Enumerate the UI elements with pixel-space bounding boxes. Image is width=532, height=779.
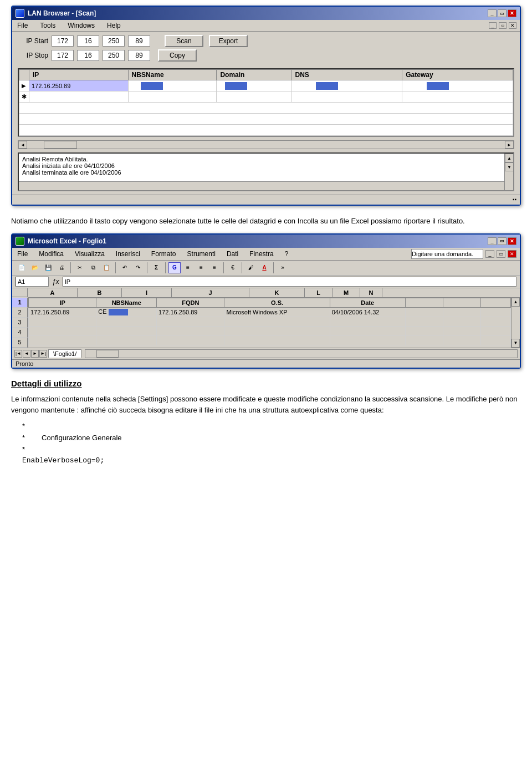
excel-cell-b2[interactable]: CE bbox=[96, 307, 157, 317]
excel-menu-restore[interactable]: ▭ bbox=[497, 250, 505, 258]
tb-align-left[interactable]: ≡ bbox=[182, 262, 194, 273]
restore-button[interactable]: ▭ bbox=[498, 9, 507, 17]
excel-cell-l1[interactable] bbox=[405, 298, 443, 307]
ip-start-field-4[interactable] bbox=[128, 35, 150, 47]
table-row[interactable]: ▶ 172.16.250.89 CE C 172.16. bbox=[19, 80, 513, 91]
excel-cell-m2[interactable] bbox=[443, 307, 480, 317]
vscroll-up[interactable]: ▲ bbox=[511, 298, 520, 307]
vscroll-down[interactable]: ▼ bbox=[511, 339, 520, 348]
cell-b3[interactable] bbox=[96, 317, 157, 326]
ip-start-field-2[interactable] bbox=[77, 35, 99, 47]
tb-open[interactable]: 📂 bbox=[29, 262, 41, 273]
excel-menu-question[interactable]: ? bbox=[283, 250, 290, 258]
excel-cell-n2[interactable] bbox=[480, 307, 510, 317]
excel-menu-visualizza[interactable]: Visualizza bbox=[73, 250, 106, 258]
tb-font-color[interactable]: A bbox=[258, 262, 270, 273]
excel-menu-modifica[interactable]: Modifica bbox=[37, 250, 65, 258]
tb-paint[interactable]: 🖌 bbox=[245, 262, 257, 273]
cell-j3[interactable] bbox=[224, 317, 330, 326]
ip-stop-field-1[interactable] bbox=[52, 50, 74, 61]
excel-menu-inserisci[interactable]: Inserisci bbox=[114, 250, 142, 258]
cell-k5[interactable] bbox=[330, 335, 405, 345]
menu-file[interactable]: File bbox=[16, 21, 29, 30]
cell-l5[interactable] bbox=[405, 335, 443, 345]
cell-i5[interactable] bbox=[157, 335, 224, 345]
excel-cell-j1[interactable]: O.S. bbox=[224, 298, 330, 307]
log-scrollbar-v[interactable]: ▲ ▼ bbox=[504, 154, 513, 190]
ip-start-field-1[interactable] bbox=[52, 35, 74, 47]
tb-print[interactable]: 🖨 bbox=[55, 262, 68, 273]
scrollbar-thumb[interactable] bbox=[44, 141, 77, 149]
tb-paste[interactable]: 📋 bbox=[100, 262, 112, 273]
excel-menu-finestra[interactable]: Finestra bbox=[248, 250, 275, 258]
excel-cell-i1[interactable]: FQDN bbox=[157, 298, 224, 307]
cell-k4[interactable] bbox=[330, 326, 405, 335]
scroll-right-btn[interactable]: ► bbox=[505, 141, 514, 149]
cell-b4[interactable] bbox=[96, 326, 157, 335]
cell-m3[interactable] bbox=[443, 317, 480, 326]
tb-undo[interactable]: ↶ bbox=[119, 262, 131, 273]
menu-help[interactable]: Help bbox=[105, 21, 122, 30]
help-input[interactable] bbox=[411, 249, 483, 259]
sheet-first[interactable]: |◄ bbox=[14, 350, 22, 358]
hscroll-thumb[interactable] bbox=[96, 350, 119, 358]
menu-tools[interactable]: Tools bbox=[38, 21, 57, 30]
tb-new[interactable]: 📄 bbox=[16, 262, 28, 273]
log-scroll-down[interactable]: ▼ bbox=[505, 162, 514, 171]
scroll-left-btn[interactable]: ◄ bbox=[18, 141, 27, 149]
cell-a4[interactable] bbox=[29, 326, 96, 335]
excel-cell-k1[interactable]: Date bbox=[330, 298, 405, 307]
excel-cell-m1[interactable] bbox=[443, 298, 480, 307]
excel-restore[interactable]: ▭ bbox=[498, 237, 507, 245]
excel-menu-strumenti[interactable]: Strumenti bbox=[186, 250, 217, 258]
export-button[interactable]: Export bbox=[209, 35, 248, 47]
tb-align-right[interactable]: ≡ bbox=[208, 262, 221, 273]
menu-restore-btn[interactable]: ▭ bbox=[499, 22, 507, 29]
sheet-tab-foglio1[interactable]: \Foglio1/ bbox=[48, 349, 81, 358]
cell-l3[interactable] bbox=[405, 317, 443, 326]
cell-j5[interactable] bbox=[224, 335, 330, 345]
excel-close[interactable]: ✕ bbox=[508, 237, 516, 245]
tb-align-center[interactable]: ≡ bbox=[195, 262, 207, 273]
menu-minimize-btn[interactable]: _ bbox=[489, 22, 497, 29]
ip-stop-field-4[interactable] bbox=[128, 50, 150, 61]
excel-minimize[interactable]: _ bbox=[488, 237, 497, 245]
excel-cell-a1[interactable]: IP bbox=[29, 298, 96, 307]
excel-cell-k2[interactable]: 04/10/2006 14.32 bbox=[330, 307, 405, 317]
excel-vscrollbar[interactable]: ▲ ▼ bbox=[511, 298, 520, 348]
menu-close-btn[interactable]: ✕ bbox=[509, 22, 516, 29]
cell-b5[interactable] bbox=[96, 335, 157, 345]
excel-menu-close[interactable]: ✕ bbox=[508, 250, 516, 258]
tb-more[interactable]: » bbox=[277, 262, 289, 273]
excel-cell-j2[interactable]: Microsoft Windows XP bbox=[224, 307, 330, 317]
ip-stop-field-2[interactable] bbox=[77, 50, 99, 61]
excel-menu-minimize[interactable]: _ bbox=[485, 250, 494, 258]
excel-menu-file[interactable]: File bbox=[16, 250, 29, 258]
tb-G[interactable]: G bbox=[168, 262, 181, 273]
excel-cell-a2[interactable]: 172.16.250.89 bbox=[29, 307, 96, 317]
cell-a3[interactable] bbox=[29, 317, 96, 326]
excel-cell-l2[interactable] bbox=[405, 307, 443, 317]
log-scroll-up[interactable]: ▲ bbox=[505, 154, 514, 162]
cell-l4[interactable] bbox=[405, 326, 443, 335]
minimize-button[interactable]: _ bbox=[488, 9, 497, 17]
tb-copy[interactable]: ⧉ bbox=[87, 262, 99, 273]
grid-scrollbar-h[interactable]: ◄ ► bbox=[18, 140, 514, 149]
excel-cell-b1[interactable]: NBSName bbox=[96, 298, 157, 307]
excel-hscrollbar[interactable] bbox=[85, 349, 518, 358]
cell-i4[interactable] bbox=[157, 326, 224, 335]
menu-windows[interactable]: Windows bbox=[66, 21, 96, 30]
cell-m4[interactable] bbox=[443, 326, 480, 335]
cell-a5[interactable] bbox=[29, 335, 96, 345]
excel-menu-formato[interactable]: Formato bbox=[150, 250, 178, 258]
excel-menu-dati[interactable]: Dati bbox=[225, 250, 240, 258]
sheet-prev[interactable]: ◄ bbox=[23, 350, 30, 358]
excel-cell-n1[interactable] bbox=[480, 298, 510, 307]
cell-n5[interactable] bbox=[480, 335, 510, 345]
cell-i3[interactable] bbox=[157, 317, 224, 326]
scan-button[interactable]: Scan bbox=[165, 35, 203, 47]
name-box[interactable] bbox=[16, 277, 49, 287]
formula-input[interactable] bbox=[63, 277, 516, 287]
cell-n4[interactable] bbox=[480, 326, 510, 335]
close-button[interactable]: ✕ bbox=[508, 9, 516, 17]
